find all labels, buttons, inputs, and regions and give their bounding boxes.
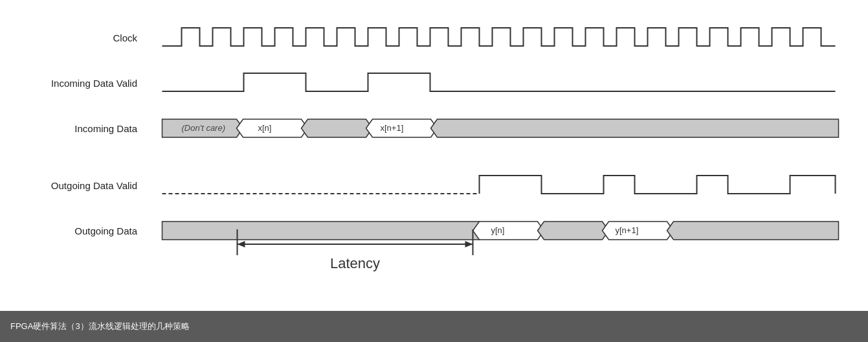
outgoing-valid-signal [149, 169, 855, 201]
incoming-valid-signal [149, 67, 855, 99]
footer-bar: FPGA硬件算法（3）流水线逻辑处理的几种策略 [0, 311, 868, 342]
timing-diagram: Clock Incoming Data Valid Incoming Data [13, 12, 855, 310]
incoming-data-label: Incoming Data [13, 123, 149, 134]
clock-signal [149, 21, 855, 54]
outgoing-data-label: Outgoing Data [13, 225, 149, 236]
incoming-data-signal: (Don't care) x[n] x[n+1] [149, 114, 855, 142]
incoming-valid-row: Incoming Data Valid [13, 63, 855, 102]
svg-text:Latency: Latency [330, 255, 380, 271]
outgoing-valid-label: Outgoing Data Valid [13, 180, 149, 191]
diagram-area: Clock Incoming Data Valid Incoming Data [0, 0, 868, 311]
clock-row: Clock [13, 18, 855, 57]
svg-marker-7 [431, 119, 839, 137]
incoming-valid-label: Incoming Data Valid [13, 78, 149, 89]
svg-marker-19 [238, 241, 245, 247]
svg-text:x[n+1]: x[n+1] [381, 123, 404, 133]
svg-text:(Don't care): (Don't care) [182, 123, 226, 133]
svg-marker-20 [465, 241, 473, 247]
svg-marker-2 [237, 119, 308, 137]
footer-text: FPGA硬件算法（3）流水线逻辑处理的几种策略 [10, 321, 190, 332]
svg-marker-4 [302, 119, 373, 137]
latency-annotation: Latency [149, 226, 842, 274]
incoming-data-row: Incoming Data (Don't care) x[n] x[n+1] [13, 112, 855, 144]
svg-text:x[n]: x[n] [258, 123, 272, 133]
outgoing-valid-row: Outgoing Data Valid [13, 166, 855, 205]
clock-label: Clock [13, 32, 149, 43]
